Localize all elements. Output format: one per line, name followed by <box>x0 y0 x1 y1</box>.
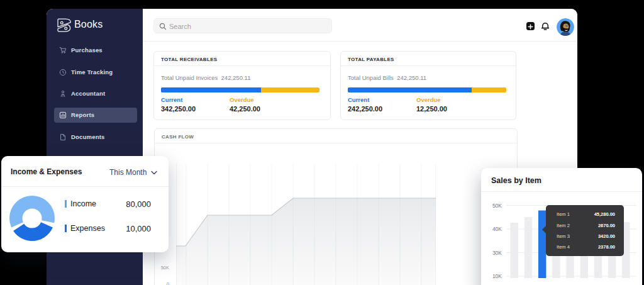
svg-text:10K: 10K <box>492 273 502 279</box>
svg-text:50K: 50K <box>492 203 502 209</box>
svg-text:40K: 40K <box>492 226 502 232</box>
svg-text:30K: 30K <box>492 250 502 256</box>
